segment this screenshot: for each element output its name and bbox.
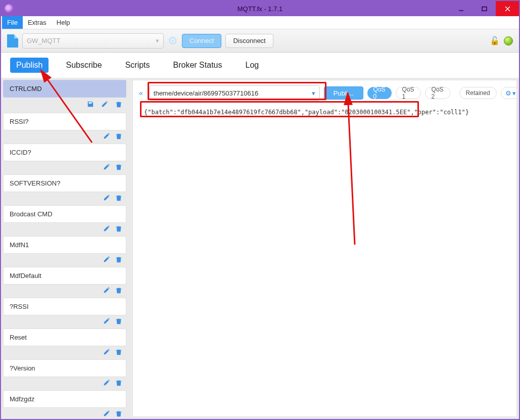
sidebar-item-label: ?RSSI	[10, 303, 29, 310]
qos-0[interactable]: QoS 0	[367, 87, 392, 99]
window-title: MQTT.fx - 1.7.1	[1, 5, 519, 13]
delete-icon[interactable]	[115, 410, 122, 417]
sidebar-item[interactable]: MdfDefault	[3, 267, 126, 285]
sidebar-item[interactable]: ?Version	[3, 359, 126, 377]
profile-file-icon	[7, 34, 18, 48]
delete-icon[interactable]	[115, 163, 122, 170]
delete-icon[interactable]	[115, 348, 122, 355]
disconnect-button[interactable]: Disconnect	[225, 34, 273, 48]
publish-button[interactable]: Publi...	[324, 86, 363, 100]
chevron-down-icon: ▾	[512, 89, 516, 97]
retained-toggle[interactable]: Retained	[459, 87, 497, 99]
sidebar-item[interactable]: Mdfzgdz	[3, 390, 126, 408]
sidebar-item-label: MdfN1	[10, 241, 29, 249]
sidebar-item[interactable]: RSSI?	[3, 113, 126, 130]
sidebar-item-label: ICCID?	[10, 149, 31, 156]
sidebar-item-label: Mdfzgdz	[10, 395, 34, 403]
chevron-down-icon[interactable]: ▾	[308, 89, 319, 97]
menu-file[interactable]: File	[2, 16, 23, 29]
sidebar-item[interactable]: SOFTVERSION?	[3, 174, 126, 192]
close-button[interactable]	[496, 1, 519, 16]
gears-icon: ⚙	[505, 89, 511, 97]
edit-icon[interactable]	[103, 410, 110, 417]
delete-icon[interactable]	[115, 194, 122, 201]
delete-icon[interactable]	[115, 287, 122, 294]
sidebar-item[interactable]: Reset	[3, 329, 126, 346]
profile-settings-icon[interactable]: ⚙	[168, 34, 178, 48]
edit-icon[interactable]	[103, 194, 110, 201]
edit-icon[interactable]	[103, 225, 110, 232]
delete-icon[interactable]	[115, 132, 122, 139]
maximize-button[interactable]	[472, 1, 496, 16]
tab-subscribe[interactable]: Subscribe	[60, 58, 108, 73]
edit-icon[interactable]	[103, 256, 110, 263]
sidebar-item-label: SOFTVERSION?	[10, 179, 60, 187]
sidebar-item[interactable]: MdfN1	[3, 236, 126, 254]
menubar: File Extras Help	[1, 16, 519, 29]
edit-icon[interactable]	[103, 163, 110, 170]
minimize-button[interactable]	[449, 1, 472, 16]
tab-log[interactable]: Log	[239, 58, 265, 73]
delete-icon[interactable]	[115, 317, 122, 324]
sidebar-group-label: CTRLCMD	[10, 85, 42, 92]
sidebar-item[interactable]: Brodcast CMD	[3, 205, 126, 223]
connection-status-led	[504, 36, 513, 45]
sidebar-item[interactable]: ?RSSI	[3, 298, 126, 315]
main-tabs: Publish Subscribe Scripts Broker Status …	[1, 53, 519, 78]
edit-icon[interactable]	[103, 132, 110, 139]
sidebar-item-label: ?Version	[10, 364, 35, 372]
app-icon	[5, 4, 14, 13]
save-icon[interactable]	[87, 101, 94, 108]
tab-scripts[interactable]: Scripts	[119, 58, 156, 73]
connection-toolbar: GW_MQTT ▾ ⚙ Connect Disconnect 🔓	[1, 29, 519, 53]
sidebar-item-label: RSSI?	[10, 118, 29, 125]
profile-select[interactable]: GW_MQTT ▾	[22, 33, 164, 49]
delete-icon[interactable]	[115, 225, 122, 232]
svg-rect-3	[482, 7, 487, 11]
sidebar-group-header[interactable]: CTRLCMD	[3, 80, 126, 98]
chevron-down-icon: ▾	[156, 37, 159, 44]
tab-broker-status[interactable]: Broker Status	[167, 58, 228, 73]
delete-icon[interactable]	[115, 256, 122, 263]
sidebar-item-label: MdfDefault	[10, 272, 41, 279]
lock-icon: 🔓	[490, 36, 500, 45]
sidebar: CTRLCMD RSSI?ICCID?SOFTVERSION?Brodcast …	[1, 78, 131, 419]
edit-icon[interactable]	[103, 379, 110, 386]
menu-help[interactable]: Help	[52, 16, 75, 29]
qos-2[interactable]: QoS 2	[425, 87, 450, 99]
tab-publish[interactable]: Publish	[10, 58, 49, 73]
delete-icon[interactable]	[115, 379, 122, 386]
topic-input[interactable]	[150, 89, 308, 97]
menu-extras[interactable]: Extras	[23, 16, 52, 29]
expand-sidebar-icon[interactable]: «	[137, 89, 145, 97]
connect-button[interactable]: Connect	[182, 34, 221, 48]
sidebar-item-label: Reset	[10, 334, 27, 341]
publish-panel: « ▾ Publi... QoS 0 QoS 1 QoS 2 Retained …	[132, 80, 517, 417]
qos-1[interactable]: QoS 1	[396, 87, 421, 99]
edit-icon[interactable]	[103, 348, 110, 355]
edit-icon[interactable]	[103, 317, 110, 324]
titlebar: MQTT.fx - 1.7.1	[1, 1, 519, 16]
profile-select-value: GW_MQTT	[27, 37, 60, 44]
payload-editor[interactable]: {"batch":"dfb044a1b7e14e4897619fc7667dbb…	[139, 105, 510, 120]
publish-settings-button[interactable]: ⚙▾	[501, 87, 517, 99]
topic-combobox[interactable]: ▾	[149, 85, 320, 101]
edit-icon[interactable]	[101, 101, 108, 108]
edit-icon[interactable]	[103, 287, 110, 294]
sidebar-item-label: Brodcast CMD	[10, 210, 53, 218]
delete-icon[interactable]	[115, 101, 122, 108]
sidebar-item[interactable]: ICCID?	[3, 144, 126, 161]
